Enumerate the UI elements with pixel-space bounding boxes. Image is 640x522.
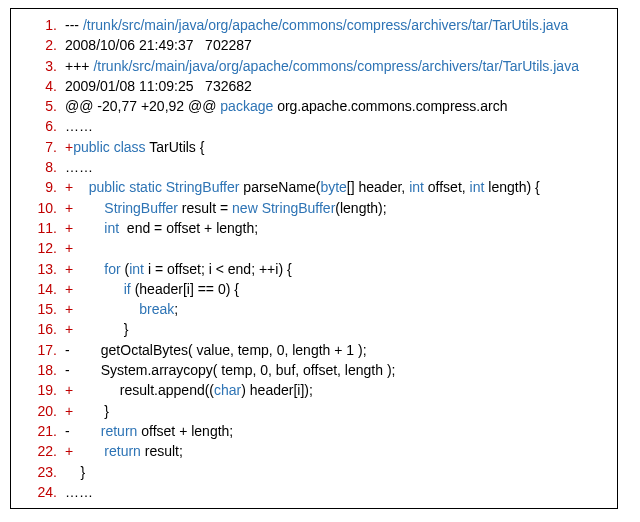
code-line: 4.2009/01/08 11:09:25 732682 — [21, 76, 607, 96]
line-content: - return offset + length; — [65, 421, 607, 441]
line-number: 14. — [21, 279, 65, 299]
line-content: --- /trunk/src/main/java/org/apache/comm… — [65, 15, 607, 35]
line-number: 3. — [21, 56, 65, 76]
line-number: 7. — [21, 137, 65, 157]
code-line: 20.+ } — [21, 401, 607, 421]
token-kw: int — [104, 220, 119, 236]
line-content: + int end = offset + length; — [65, 218, 607, 238]
line-content: - getOctalBytes( value, temp, 0, length … — [65, 340, 607, 360]
token-plain: } — [104, 403, 109, 419]
code-line: 10.+ StringBuffer result = new StringBuf… — [21, 198, 607, 218]
token-plain: org.apache.commons.compress.arch — [273, 98, 507, 114]
token-path: /trunk/src/main/java/org/apache/commons/… — [93, 58, 579, 74]
line-number: 16. — [21, 319, 65, 339]
token-red: + — [65, 301, 139, 317]
code-line: 14.+ if (header[i] == 0) { — [21, 279, 607, 299]
line-number: 15. — [21, 299, 65, 319]
token-plain: - System.arraycopy( temp, 0, buf, offset… — [65, 362, 395, 378]
line-content: + result.append((char) header[i]); — [65, 380, 607, 400]
code-line: 11.+ int end = offset + length; — [21, 218, 607, 238]
line-content: + if (header[i] == 0) { — [65, 279, 607, 299]
token-plain: 2008/10/06 21:49:37 702287 — [65, 37, 252, 53]
token-plain: …… — [65, 159, 93, 175]
token-kw: package — [220, 98, 273, 114]
line-content: 2009/01/08 11:09:25 732682 — [65, 76, 607, 96]
token-red: + — [65, 179, 89, 195]
line-content: + for (int i = offset; i < end; ++i) { — [65, 259, 607, 279]
token-plain: ) header[i]); — [241, 382, 313, 398]
token-plain: } — [124, 321, 129, 337]
line-content: + — [65, 238, 607, 258]
line-number: 5. — [21, 96, 65, 116]
token-plain: } — [65, 464, 85, 480]
token-plain: length) { — [484, 179, 539, 195]
diff-listing: 1.--- /trunk/src/main/java/org/apache/co… — [10, 8, 618, 509]
token-kw: for — [104, 261, 124, 277]
line-content: + public static StringBuffer parseName(b… — [65, 177, 607, 197]
token-plain: offset + length; — [141, 423, 233, 439]
token-kw: public static StringBuffer — [89, 179, 244, 195]
line-number: 24. — [21, 482, 65, 502]
token-plain: result; — [145, 443, 183, 459]
code-line: 6.…… — [21, 116, 607, 136]
line-content: } — [65, 462, 607, 482]
token-kw: int — [409, 179, 424, 195]
line-number: 17. — [21, 340, 65, 360]
token-kw: char — [214, 382, 241, 398]
code-line: 21.- return offset + length; — [21, 421, 607, 441]
line-number: 12. — [21, 238, 65, 258]
token-plain: (length); — [335, 200, 386, 216]
token-plain: …… — [65, 118, 93, 134]
code-line: 1.--- /trunk/src/main/java/org/apache/co… — [21, 15, 607, 35]
line-number: 21. — [21, 421, 65, 441]
line-number: 9. — [21, 177, 65, 197]
line-number: 1. — [21, 15, 65, 35]
token-red: + — [65, 261, 104, 277]
line-content: @@ -20,77 +20,92 @@ package org.apache.c… — [65, 96, 607, 116]
line-number: 6. — [21, 116, 65, 136]
code-line: 12.+ — [21, 238, 607, 258]
code-line: 24.…… — [21, 482, 607, 502]
token-kw: int — [470, 179, 485, 195]
token-kw: new StringBuffer — [232, 200, 335, 216]
token-plain: TarUtils { — [149, 139, 204, 155]
token-red: + — [65, 403, 104, 419]
code-line: 16.+ } — [21, 319, 607, 339]
token-red: + — [65, 220, 104, 236]
token-plain: ; — [174, 301, 178, 317]
line-number: 13. — [21, 259, 65, 279]
token-kw: StringBuffer — [104, 200, 182, 216]
code-line: 19.+ result.append((char) header[i]); — [21, 380, 607, 400]
line-content: - System.arraycopy( temp, 0, buf, offset… — [65, 360, 607, 380]
line-number: 22. — [21, 441, 65, 461]
line-content: …… — [65, 116, 607, 136]
token-kw: if — [124, 281, 135, 297]
line-content: …… — [65, 157, 607, 177]
line-content: +++ /trunk/src/main/java/org/apache/comm… — [65, 56, 607, 76]
token-plain: +++ — [65, 58, 93, 74]
token-red: + — [65, 200, 104, 216]
token-plain: 2009/01/08 11:09:25 732682 — [65, 78, 252, 94]
code-line: 8.…… — [21, 157, 607, 177]
token-path: /trunk/src/main/java/org/apache/commons/… — [83, 17, 569, 33]
code-line: 23. } — [21, 462, 607, 482]
token-plain: parseName( — [243, 179, 320, 195]
code-line: 5.@@ -20,77 +20,92 @@ package org.apache… — [21, 96, 607, 116]
line-number: 2. — [21, 35, 65, 55]
line-content: + return result; — [65, 441, 607, 461]
line-content: + break; — [65, 299, 607, 319]
token-plain: end = offset + length; — [119, 220, 258, 236]
token-red: + — [65, 281, 124, 297]
line-content: +public class TarUtils { — [65, 137, 607, 157]
token-kw: return — [104, 443, 144, 459]
code-line: 9.+ public static StringBuffer parseName… — [21, 177, 607, 197]
token-red: + — [65, 443, 104, 459]
token-plain: (header[i] == 0) { — [135, 281, 239, 297]
token-plain: …… — [65, 484, 93, 500]
token-kw: return — [101, 423, 141, 439]
token-red: + — [65, 139, 73, 155]
line-number: 18. — [21, 360, 65, 380]
code-line: 15.+ break; — [21, 299, 607, 319]
line-number: 19. — [21, 380, 65, 400]
line-number: 4. — [21, 76, 65, 96]
